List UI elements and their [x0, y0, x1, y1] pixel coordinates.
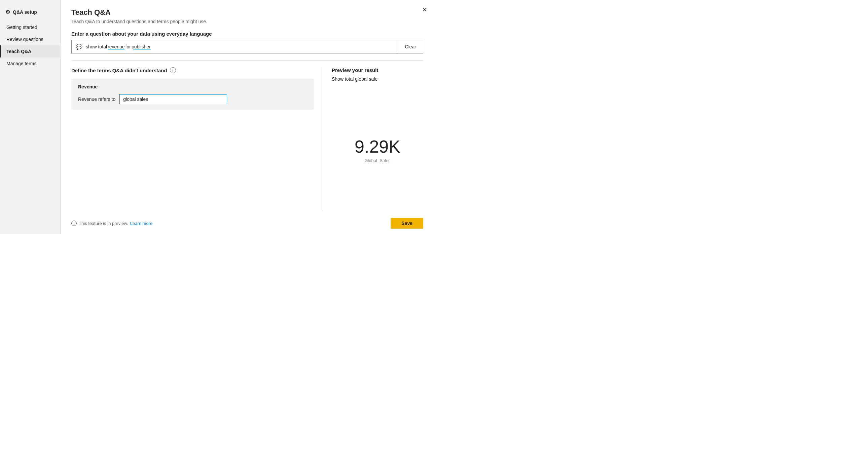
- define-heading: Define the terms Q&A didn't understand: [71, 68, 167, 73]
- page-subtitle: Teach Q&A to understand questions and te…: [71, 19, 423, 24]
- question-term1: revenue: [108, 44, 125, 49]
- term-name: Revenue: [78, 84, 307, 90]
- question-text: show total revenue for publisher: [86, 44, 151, 49]
- term-refers-row: Revenue refers to: [78, 94, 307, 104]
- sidebar-item-manage-terms[interactable]: Manage terms: [0, 58, 60, 70]
- term-refers-input[interactable]: [119, 94, 227, 104]
- sidebar-item-teach-qa[interactable]: Teach Q&A: [0, 45, 60, 58]
- question-term2: publisher: [131, 44, 151, 49]
- question-middle: for: [125, 44, 131, 49]
- preview-heading: Preview your result: [332, 67, 423, 73]
- sidebar: ⚙ Q&A setup Getting started Review quest…: [0, 0, 61, 234]
- term-card: Revenue Revenue refers to: [71, 79, 314, 110]
- info-icon[interactable]: i: [170, 67, 176, 73]
- left-column: Define the terms Q&A didn't understand i…: [71, 67, 322, 211]
- right-column: Preview your result Show total global sa…: [322, 67, 423, 211]
- preview-description: Show total global sale: [332, 76, 423, 82]
- footer-info-icon[interactable]: i: [71, 221, 77, 226]
- question-section: Enter a question about your data using e…: [71, 31, 423, 60]
- page-title: Teach Q&A: [71, 8, 423, 17]
- preview-data-label: Global_Sales: [364, 158, 390, 163]
- question-input-wrapper[interactable]: 💬 show total revenue for publisher: [71, 40, 398, 54]
- sidebar-item-getting-started[interactable]: Getting started: [0, 21, 60, 33]
- preview-value-container: 9.29K Global_Sales: [332, 90, 423, 211]
- sidebar-title: Q&A setup: [13, 9, 37, 15]
- term-refers-label: Revenue refers to: [78, 97, 115, 102]
- chat-icon: 💬: [76, 44, 83, 50]
- define-header: Define the terms Q&A didn't understand i: [71, 67, 314, 73]
- content-columns: Define the terms Q&A didn't understand i…: [71, 67, 423, 211]
- sidebar-item-review-questions[interactable]: Review questions: [0, 33, 60, 45]
- page-header: Teach Q&A Teach Q&A to understand questi…: [71, 8, 423, 31]
- gear-icon: ⚙: [5, 9, 10, 15]
- learn-more-link[interactable]: Learn more: [130, 221, 152, 226]
- question-input-row: 💬 show total revenue for publisher Clear: [71, 40, 423, 54]
- main-content: ✕ Teach Q&A Teach Q&A to understand ques…: [61, 0, 434, 234]
- preview-note: i This feature is in preview. Learn more: [71, 221, 152, 226]
- question-prefix: show total: [86, 44, 107, 49]
- preview-note-text: This feature is in preview.: [79, 221, 128, 226]
- footer: i This feature is in preview. Learn more…: [71, 214, 423, 229]
- section-divider: [71, 60, 423, 61]
- sidebar-header: ⚙ Q&A setup: [0, 5, 60, 21]
- save-button[interactable]: Save: [391, 218, 423, 229]
- close-button[interactable]: ✕: [421, 5, 429, 14]
- clear-button[interactable]: Clear: [398, 40, 423, 54]
- question-heading: Enter a question about your data using e…: [71, 31, 423, 37]
- preview-big-number: 9.29K: [354, 138, 400, 155]
